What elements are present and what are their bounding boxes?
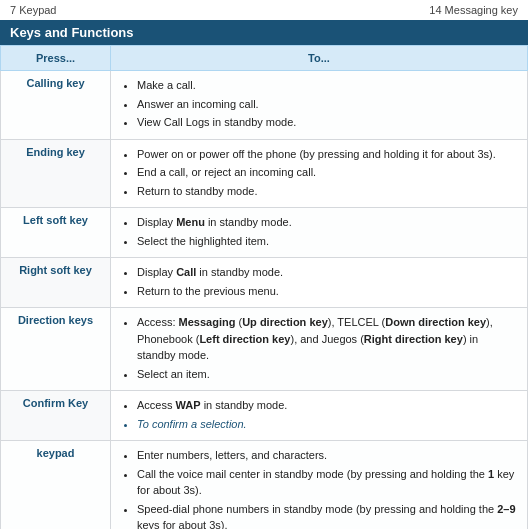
key-name-left-soft-key: Left soft key: [1, 208, 111, 258]
list-item: Display Menu in standby mode.: [137, 214, 519, 231]
col-to-header: To...: [111, 46, 528, 71]
key-desc-ending-key: Power on or power off the phone (by pres…: [111, 139, 528, 208]
key-desc-right-soft-key: Display Call in standby mode.Return to t…: [111, 258, 528, 308]
col-press-header: Press...: [1, 46, 111, 71]
list-item: Return to the previous menu.: [137, 283, 519, 300]
key-desc-confirm-key: Access WAP in standby mode.To confirm a …: [111, 391, 528, 441]
list-item: Access WAP in standby mode.: [137, 397, 519, 414]
list-item: Speed-dial phone numbers in standby mode…: [137, 501, 519, 530]
top-nav-left: 7 Keypad: [10, 4, 56, 16]
list-item: Select an item.: [137, 366, 519, 383]
section-title: Keys and Functions: [0, 20, 528, 45]
key-name-calling-key: Calling key: [1, 71, 111, 140]
list-item: Return to standby mode.: [137, 183, 519, 200]
list-item: To confirm a selection.: [137, 416, 519, 433]
list-item: End a call, or reject an incoming call.: [137, 164, 519, 181]
key-name-right-soft-key: Right soft key: [1, 258, 111, 308]
list-item: View Call Logs in standby mode.: [137, 114, 519, 131]
top-nav-right: 14 Messaging key: [429, 4, 518, 16]
key-name-keypad: keypad: [1, 441, 111, 530]
key-desc-left-soft-key: Display Menu in standby mode.Select the …: [111, 208, 528, 258]
list-item: Make a call.: [137, 77, 519, 94]
key-name-direction-keys: Direction keys: [1, 308, 111, 391]
key-desc-direction-keys: Access: Messaging (Up direction key), TE…: [111, 308, 528, 391]
key-name-confirm-key: Confirm Key: [1, 391, 111, 441]
list-item: Call the voice mail center in standby mo…: [137, 466, 519, 499]
keys-table: Press... To... Calling keyMake a call.An…: [0, 45, 528, 529]
list-item: Power on or power off the phone (by pres…: [137, 146, 519, 163]
top-nav: 7 Keypad 14 Messaging key: [0, 0, 528, 20]
list-item: Answer an incoming call.: [137, 96, 519, 113]
list-item: Select the highlighted item.: [137, 233, 519, 250]
list-item: Display Call in standby mode.: [137, 264, 519, 281]
key-name-ending-key: Ending key: [1, 139, 111, 208]
list-item: Enter numbers, letters, and characters.: [137, 447, 519, 464]
key-desc-keypad: Enter numbers, letters, and characters.C…: [111, 441, 528, 530]
key-desc-calling-key: Make a call.Answer an incoming call.View…: [111, 71, 528, 140]
list-item: Access: Messaging (Up direction key), TE…: [137, 314, 519, 364]
